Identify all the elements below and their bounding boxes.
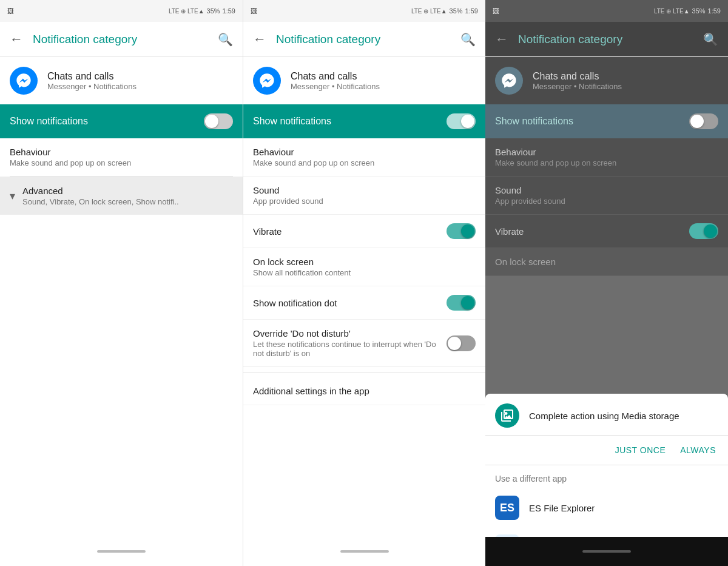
bottom-handle-right	[582, 550, 631, 553]
header-item-right: Chats and calls Messenger • Notification…	[485, 57, 728, 104]
network-status-mid: LTE ⊕ LTE▲	[411, 8, 447, 15]
es-file-name: ES File Explorer	[529, 503, 595, 513]
behaviour-row-left[interactable]: Behaviour Make sound and pop up on scree…	[0, 138, 243, 177]
app-bar-mid: ← Notification category 🔍	[243, 22, 485, 57]
behaviour-row-mid[interactable]: Behaviour Make sound and pop up on scree…	[243, 138, 485, 177]
status-bar-right: 🖼 LTE ⊕ LTE▲ 35% 1:59	[485, 0, 728, 22]
show-notif-toggle-right[interactable]	[689, 113, 718, 129]
bottom-bar-mid	[243, 537, 485, 566]
app-bar-left: ← Notification category 🔍	[0, 22, 243, 57]
show-notifications-bar-left[interactable]: Show notifications	[0, 104, 243, 138]
vibrate-row-right[interactable]: Vibrate	[485, 215, 728, 248]
vibrate-toggle-thumb-mid	[461, 224, 474, 238]
panel-mid: 🖼 LTE ⊕ LTE▲ 35% 1:59 ← Notification cat…	[243, 0, 485, 566]
messenger-icon-mid	[253, 67, 281, 95]
battery-status-right: 35%	[692, 7, 706, 15]
header-app-sub-left: Messenger • Notifications	[47, 82, 136, 91]
action-chooser-text: Complete action using Media storage	[529, 411, 679, 421]
back-button-left[interactable]: ←	[10, 32, 23, 47]
dnd-sub-mid: Let these notifications continue to inte…	[253, 340, 437, 358]
notif-dot-toggle-thumb-mid	[461, 296, 474, 309]
camera-icon-right: 🖼	[493, 7, 499, 15]
just-once-button[interactable]: Just once	[613, 440, 669, 460]
notif-dot-toggle-mid[interactable]	[447, 295, 476, 311]
show-notifications-bar-mid[interactable]: Show notifications	[243, 104, 485, 138]
vibrate-toggle-mid[interactable]	[447, 223, 476, 239]
status-bar-left: 🖼 LTE ⊕ LTE▲ 35% 1:59	[0, 0, 243, 22]
vibrate-toggle-thumb-right	[704, 224, 717, 238]
back-button-mid[interactable]: ←	[253, 32, 266, 47]
page-title-right: Notification category	[518, 33, 693, 46]
sound-sub-mid: App provided sound	[253, 197, 476, 206]
sound-sub-right: App provided sound	[495, 197, 718, 206]
dnd-title-mid: Override 'Do not disturb'	[253, 328, 437, 339]
show-notif-label-right: Show notifications	[495, 116, 573, 127]
panel-left: 🖼 LTE ⊕ LTE▲ 35% 1:59 ← Notification cat…	[0, 0, 243, 566]
header-app-name-left: Chats and calls	[47, 71, 136, 82]
bottom-handle-left	[97, 550, 146, 553]
advanced-row-left[interactable]: ▾ Advanced Sound, Vibrate, On lock scree…	[0, 177, 243, 215]
show-notifications-bar-right[interactable]: Show notifications	[485, 104, 728, 138]
header-app-sub-right: Messenger • Notifications	[533, 82, 622, 91]
advanced-title-left: Advanced	[22, 186, 179, 196]
notif-dot-row-mid[interactable]: Show notification dot	[243, 286, 485, 320]
action-chooser-header: Complete action using Media storage	[485, 394, 728, 436]
bottom-bar-right	[485, 537, 728, 566]
header-item-mid: Chats and calls Messenger • Notification…	[243, 57, 485, 104]
behaviour-sub-right: Make sound and pop up on screen	[495, 158, 718, 167]
additional-settings-row-mid[interactable]: Additional settings in the app	[243, 377, 485, 405]
page-title-left: Notification category	[33, 33, 208, 46]
network-status: LTE ⊕ LTE▲	[169, 8, 204, 15]
search-button-mid[interactable]: 🔍	[460, 32, 476, 47]
header-app-name-right: Chats and calls	[533, 71, 622, 82]
lock-screen-title-mid: On lock screen	[253, 257, 476, 267]
header-app-name-mid: Chats and calls	[291, 71, 380, 82]
lock-screen-title-right: On lock screen	[495, 257, 718, 267]
status-bar-mid: 🖼 LTE ⊕ LTE▲ 35% 1:59	[243, 0, 485, 22]
behaviour-row-right[interactable]: Behaviour Make sound and pop up on scree…	[485, 138, 728, 177]
header-app-sub-mid: Messenger • Notifications	[291, 82, 380, 91]
vibrate-toggle-right[interactable]	[689, 223, 718, 239]
dnd-row-mid[interactable]: Override 'Do not disturb' Let these noti…	[243, 320, 485, 367]
behaviour-title-mid: Behaviour	[253, 147, 476, 157]
use-different-app-label: Use a different app	[485, 465, 728, 488]
divider-mid	[243, 372, 485, 372]
back-button-right[interactable]: ←	[495, 32, 508, 47]
vibrate-title-mid: Vibrate	[253, 226, 437, 237]
behaviour-title-right: Behaviour	[495, 147, 718, 157]
time-status: 1:59	[223, 7, 235, 15]
show-notif-label-left: Show notifications	[10, 116, 88, 127]
messenger-icon-left	[10, 67, 38, 95]
search-button-left[interactable]: 🔍	[218, 32, 233, 47]
sound-row-mid[interactable]: Sound App provided sound	[243, 177, 485, 215]
dnd-toggle-mid[interactable]	[447, 335, 476, 351]
show-notif-toggle-mid[interactable]	[447, 113, 476, 129]
toggle-thumb-right	[690, 115, 704, 128]
es-file-icon: ES	[495, 496, 519, 520]
lock-screen-sub-mid: Show all notification content	[253, 268, 476, 277]
always-button[interactable]: Always	[678, 440, 718, 460]
panel-left-content: Behaviour Make sound and pop up on scree…	[0, 138, 243, 537]
notif-dot-title-mid: Show notification dot	[253, 298, 437, 308]
camera-icon-mid: 🖼	[251, 7, 257, 15]
es-file-explorer-row[interactable]: ES ES File Explorer	[485, 488, 728, 527]
sound-row-right[interactable]: Sound App provided sound	[485, 177, 728, 215]
bottom-handle-mid	[340, 550, 389, 553]
app-bar-right: ← Notification category 🔍	[485, 22, 728, 57]
lock-screen-row-right[interactable]: On lock screen	[485, 248, 728, 276]
show-notif-toggle-left[interactable]	[204, 113, 233, 129]
behaviour-title-left: Behaviour	[10, 147, 233, 157]
page-title-mid: Notification category	[276, 33, 451, 46]
action-chooser-buttons: Just once Always	[485, 436, 728, 465]
battery-status-mid: 35%	[450, 7, 463, 15]
camera-icon: 🖼	[7, 7, 14, 15]
lock-screen-row-mid[interactable]: On lock screen Show all notification con…	[243, 248, 485, 286]
vibrate-title-right: Vibrate	[495, 226, 679, 237]
vibrate-row-mid[interactable]: Vibrate	[243, 215, 485, 248]
behaviour-sub-mid: Make sound and pop up on screen	[253, 158, 476, 167]
toggle-thumb-mid	[461, 115, 474, 128]
search-button-right[interactable]: 🔍	[703, 32, 718, 47]
behaviour-sub-left: Make sound and pop up on screen	[10, 158, 233, 167]
messenger-icon-right	[495, 67, 523, 95]
battery-status: 35%	[207, 7, 220, 15]
